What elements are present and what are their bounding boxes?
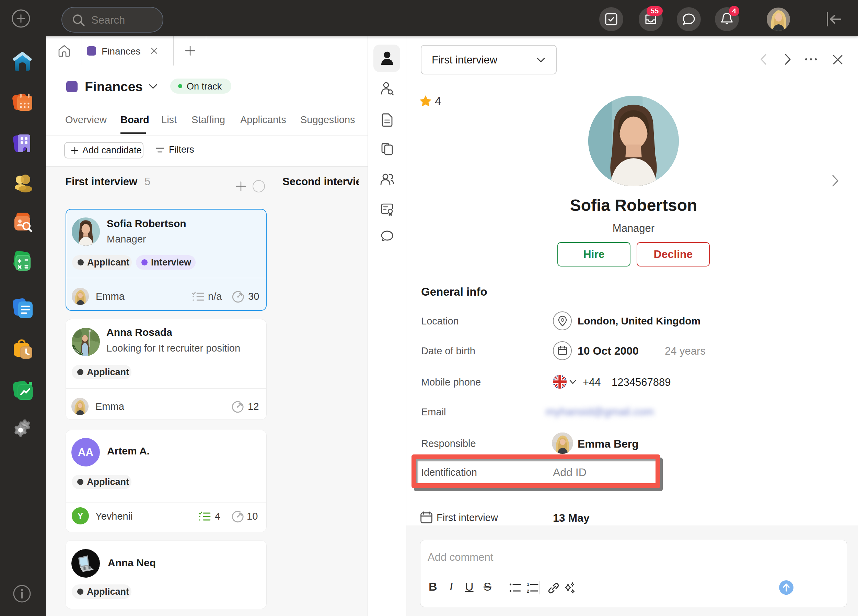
svg-text:2: 2 — [527, 588, 529, 593]
svg-text:1: 1 — [527, 583, 529, 587]
